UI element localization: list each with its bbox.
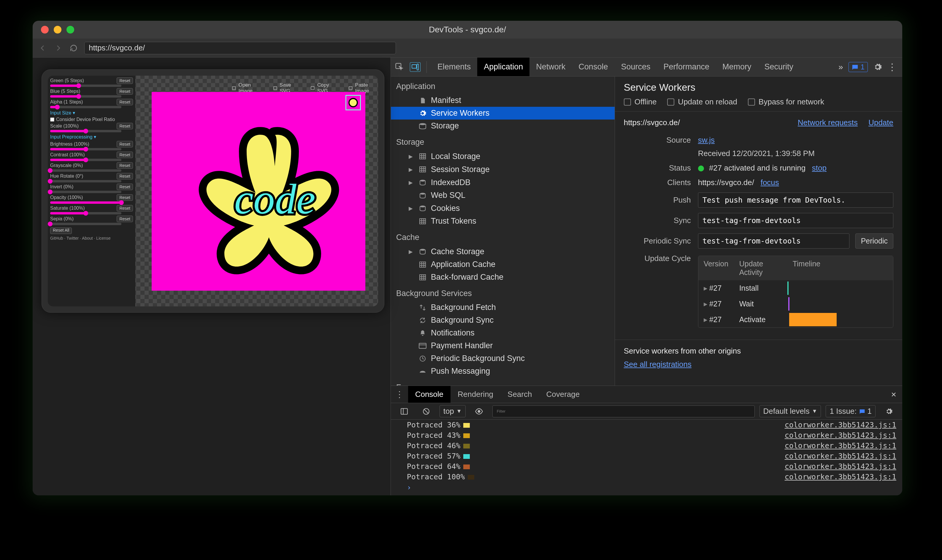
drawer-close-icon[interactable]: × xyxy=(885,389,902,400)
device-toolbar-icon[interactable] xyxy=(410,62,421,72)
focus-link[interactable]: focus xyxy=(761,178,779,187)
color-slider[interactable] xyxy=(50,106,122,108)
source-link[interactable]: colorworker.3bb51423.js:1 xyxy=(785,462,896,471)
tree-item-storage[interactable]: Storage xyxy=(391,120,615,132)
tab-console[interactable]: Console xyxy=(572,57,614,76)
expand-icon[interactable]: ▸ xyxy=(407,203,414,213)
tree-item-cache-storage[interactable]: ▸Cache Storage xyxy=(391,245,615,258)
reset-button[interactable]: Reset xyxy=(117,152,133,158)
reset-button[interactable]: Reset xyxy=(117,205,133,211)
drawer-tab-console[interactable]: Console xyxy=(408,386,450,403)
live-expression-icon[interactable] xyxy=(472,405,486,418)
tab-security[interactable]: Security xyxy=(758,57,800,76)
section-input-size[interactable]: Input Size ▾ xyxy=(50,110,133,116)
drawer-menu-icon[interactable]: ⋮ xyxy=(393,388,406,401)
source-link[interactable]: sw.js xyxy=(698,135,715,145)
preproc-slider[interactable] xyxy=(50,212,122,214)
preproc-slider[interactable] xyxy=(50,202,122,204)
reset-button[interactable]: Reset xyxy=(117,123,133,129)
preproc-slider[interactable] xyxy=(50,169,122,172)
reset-button[interactable]: Reset xyxy=(117,77,133,84)
console-settings-icon[interactable] xyxy=(882,405,896,418)
reset-button[interactable]: Reset xyxy=(117,173,133,180)
reset-button[interactable]: Reset xyxy=(117,99,133,105)
tab-application[interactable]: Application xyxy=(477,57,529,76)
tree-item-service-workers[interactable]: Service Workers xyxy=(391,107,615,120)
expand-icon[interactable]: ▸ xyxy=(407,152,414,161)
tab-sources[interactable]: Sources xyxy=(614,57,657,76)
update-link[interactable]: Update xyxy=(868,118,893,127)
console-prompt[interactable]: › xyxy=(401,482,902,493)
tree-item-back-forward-cache[interactable]: Back-forward Cache xyxy=(391,271,615,283)
tree-item-application-cache[interactable]: Application Cache xyxy=(391,258,615,271)
forward-icon[interactable] xyxy=(53,43,63,53)
preproc-slider[interactable] xyxy=(50,159,122,161)
tree-item-cookies[interactable]: ▸Cookies xyxy=(391,202,615,215)
tree-item-push-messaging[interactable]: Push Messaging xyxy=(391,365,615,378)
address-bar[interactable]: https://svgco.de/ xyxy=(84,42,396,54)
tab-memory[interactable]: Memory xyxy=(716,57,758,76)
more-tabs-icon[interactable]: » xyxy=(839,62,843,72)
expand-icon[interactable]: ▸ xyxy=(407,178,414,187)
tree-item-background-sync[interactable]: Background Sync xyxy=(391,314,615,326)
tree-item-web-sql[interactable]: Web SQL xyxy=(391,189,615,202)
source-link[interactable]: colorworker.3bb51423.js:1 xyxy=(785,431,896,440)
source-link[interactable]: colorworker.3bb51423.js:1 xyxy=(785,472,896,481)
periodic-sync-input[interactable] xyxy=(698,234,849,249)
drawer-tab-coverage[interactable]: Coverage xyxy=(539,386,587,403)
reset-button[interactable]: Reset xyxy=(117,141,133,148)
reload-icon[interactable] xyxy=(69,43,79,53)
reset-button[interactable]: Reset xyxy=(117,194,133,201)
reset-button[interactable]: Reset xyxy=(117,184,133,190)
tree-item-payment-handler[interactable]: Payment Handler xyxy=(391,339,615,352)
reset-button[interactable]: Reset xyxy=(117,215,133,222)
settings-icon[interactable] xyxy=(873,63,882,71)
source-link[interactable]: colorworker.3bb51423.js:1 xyxy=(785,442,896,450)
tree-item-session-storage[interactable]: ▸Session Storage xyxy=(391,163,615,176)
toggle-sidebar-icon[interactable] xyxy=(398,405,411,418)
expand-icon[interactable]: ▸ xyxy=(407,247,414,256)
expand-icon[interactable]: ▸ xyxy=(407,165,414,174)
preproc-slider[interactable] xyxy=(50,148,122,151)
source-link[interactable]: colorworker.3bb51423.js:1 xyxy=(785,452,896,460)
tab-network[interactable]: Network xyxy=(529,57,572,76)
periodic-sync-button[interactable]: Periodic xyxy=(855,234,893,249)
context-selector[interactable]: top▼ xyxy=(439,405,466,417)
color-slider[interactable] xyxy=(50,95,122,98)
offline-checkbox[interactable] xyxy=(624,98,631,106)
drawer-tab-rendering[interactable]: Rendering xyxy=(450,386,500,403)
preproc-slider[interactable] xyxy=(50,180,122,182)
see-all-registrations-link[interactable]: See all registrations xyxy=(624,360,692,369)
issues-badge[interactable]: 1 xyxy=(848,62,868,72)
color-slider[interactable] xyxy=(50,85,122,87)
bypass-checkbox[interactable] xyxy=(748,98,755,106)
preproc-slider[interactable] xyxy=(50,223,122,225)
reset-button[interactable]: Reset xyxy=(117,162,133,169)
tree-item-trust-tokens[interactable]: Trust Tokens xyxy=(391,215,615,228)
source-link[interactable]: colorworker.3bb51423.js:1 xyxy=(785,421,896,429)
network-requests-link[interactable]: Network requests xyxy=(798,118,858,127)
clear-console-icon[interactable] xyxy=(419,405,433,418)
push-input[interactable] xyxy=(698,192,893,208)
console-filter-input[interactable] xyxy=(492,405,755,417)
log-levels-selector[interactable]: Default levels▼ xyxy=(760,405,821,417)
issues-pill[interactable]: 1 Issue: 1 xyxy=(826,405,876,417)
inspect-element-icon[interactable] xyxy=(393,60,406,74)
reset-button[interactable]: Reset xyxy=(117,88,133,95)
tree-item-indexeddb[interactable]: ▸IndexedDB xyxy=(391,176,615,189)
tab-elements[interactable]: Elements xyxy=(431,57,478,76)
tree-item-background-fetch[interactable]: Background Fetch xyxy=(391,301,615,314)
tree-item-periodic-background-sync[interactable]: Periodic Background Sync xyxy=(391,352,615,365)
tree-item-manifest[interactable]: Manifest xyxy=(391,94,615,107)
section-preproc[interactable]: Input Preprocessing ▾ xyxy=(50,134,133,140)
tree-item-notifications[interactable]: Notifications xyxy=(391,326,615,339)
consider-dpr-checkbox[interactable] xyxy=(50,117,54,122)
sync-input[interactable] xyxy=(698,213,893,228)
tree-item-local-storage[interactable]: ▸Local Storage xyxy=(391,150,615,163)
preproc-slider[interactable] xyxy=(50,191,122,193)
tab-performance[interactable]: Performance xyxy=(657,57,716,76)
reset-all-button[interactable]: Reset All xyxy=(50,228,72,234)
update-on-reload-checkbox[interactable] xyxy=(667,98,674,106)
stop-link[interactable]: stop xyxy=(812,163,826,172)
kebab-menu-icon[interactable]: ⋮ xyxy=(887,62,897,73)
